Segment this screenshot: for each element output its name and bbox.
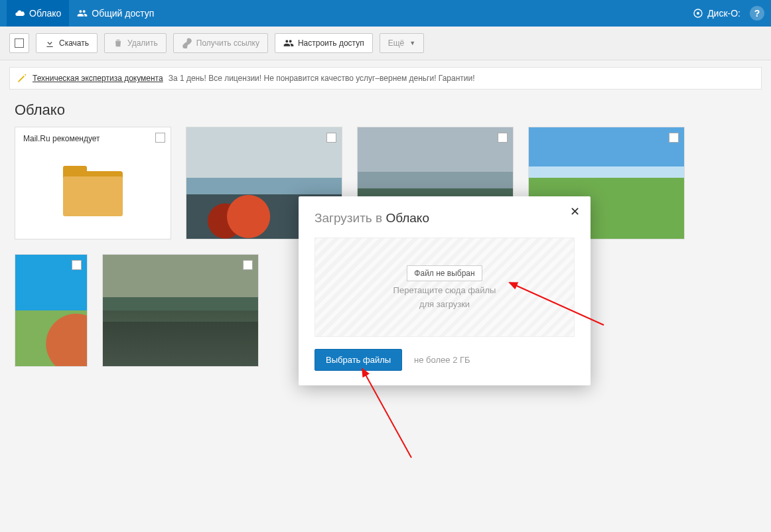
ad-bar: Техническая экспертиза документа За 1 де… bbox=[9, 67, 762, 90]
more-button[interactable]: Ещё ▼ bbox=[380, 33, 424, 53]
modal-title-prefix: Загрузить в bbox=[315, 211, 386, 225]
download-button[interactable]: Скачать bbox=[36, 33, 98, 53]
help-button[interactable]: ? bbox=[750, 6, 764, 21]
chevron-down-icon: ▼ bbox=[409, 40, 415, 46]
get-link-button[interactable]: Получить ссылку bbox=[173, 33, 268, 53]
more-label: Ещё bbox=[388, 38, 405, 48]
link-icon bbox=[182, 38, 192, 48]
choose-files-label: Выбрать файлы bbox=[326, 355, 391, 365]
tile-image-4[interactable] bbox=[15, 254, 88, 367]
dropzone-hint-2: для загрузки bbox=[419, 299, 470, 309]
dropzone-hint-1: Перетащите сюда файлы bbox=[393, 285, 496, 295]
people-small-icon bbox=[283, 38, 294, 48]
tile-checkbox[interactable] bbox=[243, 260, 253, 270]
delete-button[interactable]: Удалить bbox=[104, 33, 167, 53]
svg-point-1 bbox=[697, 12, 699, 15]
nav-shared[interactable]: Общий доступ bbox=[69, 0, 162, 27]
disk-icon bbox=[693, 8, 703, 19]
page-title: Облако bbox=[0, 90, 771, 127]
tile-checkbox[interactable] bbox=[498, 133, 508, 143]
image-thumbnail bbox=[103, 255, 258, 366]
choose-files-button[interactable]: Выбрать файлы bbox=[315, 349, 402, 371]
tile-checkbox[interactable] bbox=[155, 133, 165, 143]
trash-icon bbox=[113, 38, 123, 48]
nav-shared-label: Общий доступ bbox=[92, 8, 154, 19]
help-icon: ? bbox=[754, 8, 760, 19]
modal-title: Загрузить в Облако bbox=[315, 211, 575, 226]
close-button[interactable]: ✕ bbox=[570, 206, 580, 218]
image-thumbnail bbox=[15, 255, 87, 366]
ad-link[interactable]: Техническая экспертиза документа bbox=[33, 74, 163, 83]
tile-recommended-folder[interactable]: Mail.Ru рекомендует bbox=[15, 127, 171, 239]
close-icon: ✕ bbox=[570, 205, 580, 218]
tile-checkbox[interactable] bbox=[326, 133, 336, 143]
folder-icon bbox=[15, 150, 171, 239]
pen-icon bbox=[17, 73, 27, 84]
delete-label: Удалить bbox=[127, 38, 158, 48]
nav-disk-o[interactable]: Диск-О: bbox=[689, 8, 744, 19]
cloud-icon bbox=[15, 8, 25, 19]
toolbar: Скачать Удалить Получить ссылку Настроит… bbox=[0, 27, 771, 60]
dropzone[interactable]: Файл не выбран Перетащите сюда файлы для… bbox=[315, 237, 575, 337]
tile-checkbox[interactable] bbox=[669, 133, 679, 143]
tile-image-5[interactable] bbox=[102, 254, 259, 367]
tile-label: Mail.Ru рекомендует bbox=[15, 127, 171, 150]
nav-disk-o-label: Диск-О: bbox=[707, 8, 740, 19]
upload-limit-text: не более 2 ГБ bbox=[414, 355, 470, 365]
file-status-label: Файл не выбран bbox=[407, 265, 482, 281]
nav-cloud[interactable]: Облако bbox=[7, 0, 69, 27]
tile-checkbox[interactable] bbox=[72, 260, 82, 270]
configure-access-label: Настроить доступ bbox=[298, 38, 364, 48]
ad-text: За 1 день! Все лицензии! Не понравится к… bbox=[169, 74, 475, 83]
get-link-label: Получить ссылку bbox=[196, 38, 259, 48]
download-icon bbox=[44, 38, 55, 48]
upload-modal: ✕ Загрузить в Облако Файл не выбран Пере… bbox=[299, 196, 591, 385]
download-label: Скачать bbox=[59, 38, 89, 48]
modal-title-dest: Облако bbox=[386, 211, 429, 225]
nav-cloud-label: Облако bbox=[29, 8, 61, 19]
modal-footer: Выбрать файлы не более 2 ГБ bbox=[315, 349, 575, 371]
select-all-checkbox[interactable] bbox=[9, 33, 29, 53]
configure-access-button[interactable]: Настроить доступ bbox=[275, 33, 373, 53]
checkbox-icon bbox=[15, 38, 24, 48]
top-nav: Облако Общий доступ Диск-О: ? bbox=[0, 0, 771, 27]
people-icon bbox=[77, 8, 88, 19]
